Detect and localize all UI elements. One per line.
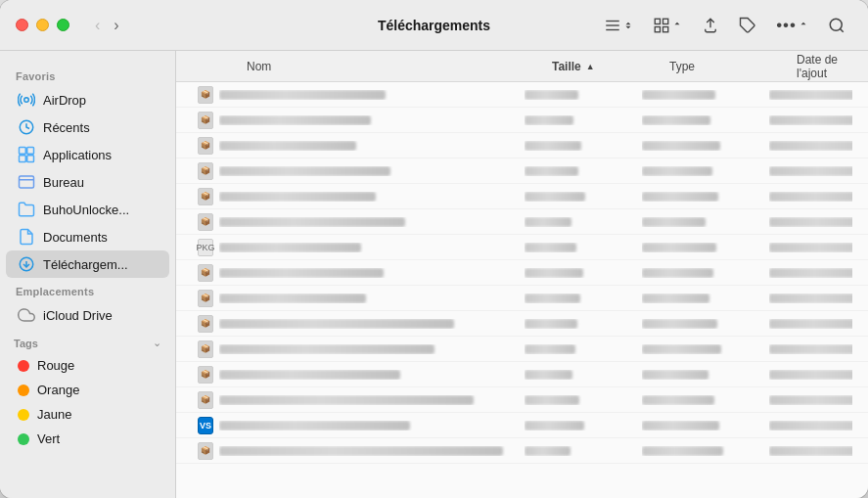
sidebar: Favoris AirDrop bbox=[0, 51, 176, 498]
file-icon-cell: 📦 bbox=[192, 340, 219, 358]
file-size-cell bbox=[525, 319, 642, 329]
table-row[interactable]: 📦 bbox=[176, 387, 868, 413]
svg-rect-3 bbox=[655, 19, 660, 23]
table-row[interactable]: 📦 bbox=[176, 184, 868, 209]
table-row[interactable]: 📦 bbox=[176, 337, 868, 362]
tag-button[interactable] bbox=[732, 13, 763, 38]
svg-point-9 bbox=[24, 98, 29, 103]
back-button[interactable]: ‹ bbox=[89, 14, 106, 37]
file-type-cell bbox=[642, 115, 769, 125]
sidebar-item-applications[interactable]: Applications bbox=[6, 141, 169, 168]
svg-point-8 bbox=[830, 19, 842, 30]
file-icon: 📦 bbox=[198, 188, 213, 205]
file-size-cell bbox=[525, 243, 642, 252]
table-row[interactable]: 📦 bbox=[176, 286, 868, 311]
grid-view-button[interactable] bbox=[646, 13, 689, 38]
file-icon: 📦 bbox=[198, 112, 213, 129]
sidebar-item-buho[interactable]: BuhoUnlocke... bbox=[6, 196, 169, 223]
file-icon-cell: 📦 bbox=[192, 188, 219, 205]
table-row[interactable]: 📦 bbox=[176, 260, 868, 286]
file-icon-cell: 📦 bbox=[192, 162, 219, 180]
sidebar-item-rouge[interactable]: Rouge bbox=[6, 353, 169, 378]
list-view-button[interactable] bbox=[597, 13, 640, 38]
table-row[interactable]: 📦 bbox=[176, 438, 868, 464]
maximize-button[interactable] bbox=[57, 19, 69, 31]
file-type-cell bbox=[642, 268, 769, 278]
tags-chevron-icon[interactable]: ⌄ bbox=[153, 337, 161, 349]
file-icon: 📦 bbox=[198, 86, 213, 104]
file-size-cell bbox=[525, 192, 642, 202]
sidebar-item-orange[interactable]: Orange bbox=[6, 378, 169, 402]
col-header-date[interactable]: Date de l'ajout bbox=[797, 53, 852, 80]
col-header-type[interactable]: Type bbox=[669, 60, 797, 73]
traffic-lights bbox=[16, 19, 69, 31]
sidebar-item-vert[interactable]: Vert bbox=[6, 427, 169, 451]
sidebar-item-bureau-label: Bureau bbox=[43, 175, 84, 190]
svg-rect-13 bbox=[20, 156, 26, 162]
more-button[interactable]: ••• bbox=[769, 12, 815, 39]
file-icon: 📦 bbox=[198, 340, 213, 358]
table-row[interactable]: 📦 bbox=[176, 158, 868, 184]
sort-indicator: ▲ bbox=[586, 62, 595, 71]
table-row[interactable]: 📦 bbox=[176, 362, 868, 387]
table-row[interactable]: 📦 bbox=[176, 108, 868, 133]
file-type-cell bbox=[642, 243, 769, 252]
sidebar-item-documents[interactable]: Documents bbox=[6, 223, 169, 250]
file-date-cell bbox=[769, 192, 852, 202]
table-row[interactable]: 📦 bbox=[176, 133, 868, 158]
orange-dot bbox=[18, 385, 29, 396]
table-row[interactable]: 📦 bbox=[176, 209, 868, 235]
col-header-taille[interactable]: Taille ▲ bbox=[552, 60, 669, 73]
file-area: Nom Taille ▲ Type Date de l'ajout 📦 bbox=[176, 51, 868, 498]
file-date-cell bbox=[769, 166, 852, 176]
table-row[interactable]: 📦 bbox=[176, 311, 868, 337]
file-name-cell bbox=[219, 294, 525, 303]
forward-button[interactable]: › bbox=[108, 14, 124, 37]
sidebar-item-icloud[interactable]: iCloud Drive bbox=[6, 301, 169, 329]
col-header-nom[interactable]: Nom bbox=[219, 60, 552, 73]
share-icon bbox=[702, 17, 719, 34]
file-type-cell bbox=[642, 446, 769, 456]
file-size-cell bbox=[525, 446, 642, 456]
sidebar-item-recents[interactable]: Récents bbox=[6, 113, 169, 141]
file-icon-vscode: VS bbox=[198, 417, 213, 434]
sidebar-item-bureau[interactable]: Bureau bbox=[6, 168, 169, 196]
nav-buttons: ‹ › bbox=[89, 14, 125, 37]
sidebar-item-airdrop[interactable]: AirDrop bbox=[6, 86, 169, 113]
file-name-cell bbox=[219, 90, 525, 100]
toolbar-actions: ••• bbox=[597, 12, 852, 39]
file-icon-cell: 📦 bbox=[192, 290, 219, 307]
airdrop-icon bbox=[18, 91, 35, 109]
file-date-cell bbox=[769, 115, 852, 125]
file-icon: 📦 bbox=[198, 213, 213, 231]
file-name-cell bbox=[219, 446, 525, 456]
file-icon-cell: 📦 bbox=[192, 315, 219, 333]
file-type-cell bbox=[642, 217, 769, 227]
search-button[interactable] bbox=[821, 13, 852, 38]
file-date-cell bbox=[769, 217, 852, 227]
svg-rect-5 bbox=[655, 26, 660, 31]
file-icon: 📦 bbox=[198, 391, 213, 409]
file-size-cell bbox=[525, 90, 642, 100]
share-button[interactable] bbox=[695, 13, 726, 38]
file-type-cell bbox=[642, 319, 769, 329]
table-row[interactable]: VS bbox=[176, 413, 868, 438]
table-row[interactable]: 📦 bbox=[176, 82, 868, 108]
file-date-cell bbox=[769, 90, 852, 100]
table-row[interactable]: PKG bbox=[176, 235, 868, 260]
file-type-cell bbox=[642, 421, 769, 430]
file-date-cell bbox=[769, 446, 852, 456]
file-icon-cell: 📦 bbox=[192, 442, 219, 460]
close-button[interactable] bbox=[16, 19, 28, 31]
sidebar-item-rouge-label: Rouge bbox=[37, 358, 74, 373]
svg-rect-4 bbox=[663, 19, 668, 23]
file-icon: 📦 bbox=[198, 366, 213, 384]
minimize-button[interactable] bbox=[36, 19, 49, 31]
sidebar-item-airdrop-label: AirDrop bbox=[43, 93, 86, 108]
sidebar-item-jaune[interactable]: Jaune bbox=[6, 402, 169, 427]
file-date-cell bbox=[769, 243, 852, 252]
emplacements-label: Emplacements bbox=[0, 278, 175, 301]
sidebar-item-telechargements[interactable]: Téléchargem... bbox=[6, 250, 169, 278]
svg-rect-12 bbox=[27, 148, 34, 155]
file-icon: 📦 bbox=[198, 315, 213, 333]
